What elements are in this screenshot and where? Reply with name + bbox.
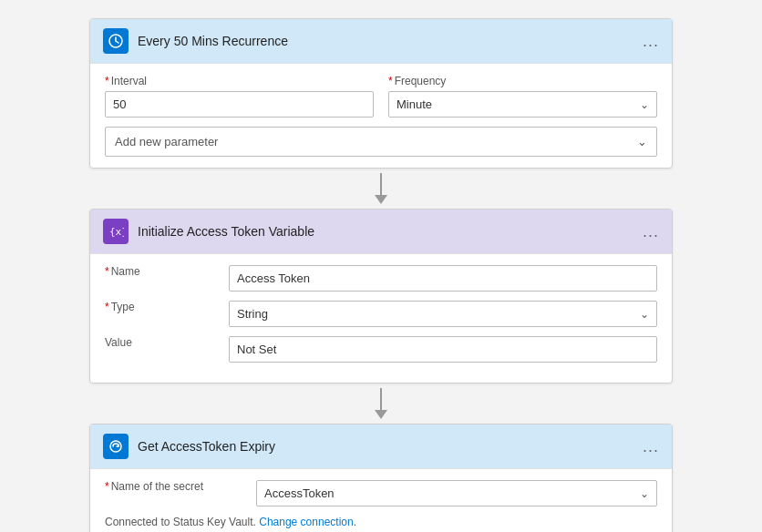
keyvault-title: Get AccessToken Expiry [138,439,633,454]
variable-header: {x} Initialize Access Token Variable ... [90,210,672,254]
secret-label-group: *Name of the secret [105,480,242,506]
variable-value-row: Value [105,336,657,363]
add-parameter-row[interactable]: Add new parameter ⌄ [105,127,657,157]
frequency-label: *Frequency [388,75,657,87]
connector-line-1 [380,173,382,195]
connector-arrow-1 [375,195,387,204]
frequency-group: *Frequency Minute ⌄ [388,75,657,118]
recurrence-body: *Interval *Frequency Minute ⌄ Add new pa… [90,64,672,168]
connector-arrow-2 [375,410,387,419]
recurrence-header: Every 50 Mins Recurrence ... [90,19,672,64]
svg-point-2 [110,441,121,452]
recurrence-card: Every 50 Mins Recurrence ... *Interval *… [89,18,673,169]
var-type-label-group: *Type [105,301,214,327]
var-value-input-group [229,336,657,363]
var-name-input[interactable] [229,265,657,292]
interval-input[interactable] [105,91,374,118]
connection-info: Connected to Status Key Vault. Change co… [105,516,657,528]
interval-label: *Interval [105,75,374,87]
frequency-value: Minute [396,97,432,111]
variable-card: {x} Initialize Access Token Variable ...… [89,209,673,384]
recurrence-form-row: *Interval *Frequency Minute ⌄ [105,75,657,118]
change-connection-link[interactable]: Change connection. [259,516,356,528]
svg-text:{x}: {x} [109,226,124,238]
secret-value: AccessToken [264,486,335,500]
var-name-input-group [229,265,657,292]
keyvault-header: Get AccessToken Expiry ... [90,425,672,469]
var-type-value: String [237,307,268,321]
var-name-label-group: *Name [105,265,214,292]
interval-group: *Interval [105,75,374,118]
variable-menu[interactable]: ... [643,222,659,241]
keyvault-secret-row: *Name of the secret AccessToken ⌄ [105,480,657,506]
var-type-select-group: String ⌄ [229,301,657,327]
keyvault-card: Get AccessToken Expiry ... *Name of the … [89,424,673,532]
connector-1 [375,169,387,209]
var-value-input[interactable] [229,336,657,363]
var-type-select[interactable]: String ⌄ [229,301,657,327]
connector-2 [375,384,387,424]
frequency-chevron-icon: ⌄ [640,98,649,111]
variable-type-row: *Type String ⌄ [105,301,657,327]
keyvault-icon [103,434,129,459]
connector-line-2 [380,388,382,410]
keyvault-menu[interactable]: ... [643,437,659,456]
frequency-select[interactable]: Minute ⌄ [388,91,657,118]
keyvault-body: *Name of the secret AccessToken ⌄ Connec… [90,469,672,532]
var-type-label: *Type [105,301,214,313]
variable-icon: {x} [103,219,129,244]
var-value-label: Value [105,336,214,349]
secret-label: *Name of the secret [105,480,242,493]
add-parameter-chevron-icon: ⌄ [637,135,647,148]
recurrence-menu[interactable]: ... [643,32,659,51]
var-type-chevron-icon: ⌄ [640,308,649,321]
var-value-label-group: Value [105,336,214,363]
variable-name-row: *Name [105,265,657,292]
secret-select[interactable]: AccessToken ⌄ [256,480,657,506]
workflow-canvas: Every 50 Mins Recurrence ... *Interval *… [0,0,762,532]
secret-select-group: AccessToken ⌄ [256,480,657,506]
variable-body: *Name *Type String ⌄ [90,254,672,383]
var-name-label: *Name [105,265,214,278]
variable-title: Initialize Access Token Variable [138,224,633,239]
recurrence-icon [103,28,129,54]
add-parameter-label: Add new parameter [115,135,218,148]
secret-chevron-icon: ⌄ [640,487,649,500]
recurrence-title: Every 50 Mins Recurrence [138,34,633,48]
